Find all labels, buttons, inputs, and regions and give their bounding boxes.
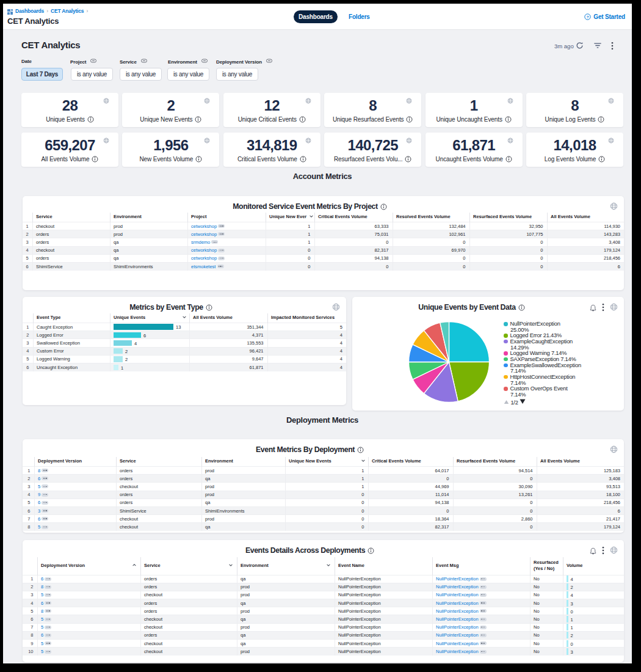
svg-text:?: ? <box>587 15 589 19</box>
